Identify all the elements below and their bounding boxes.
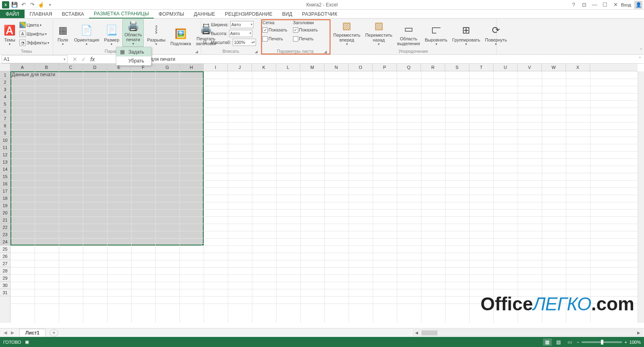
page-layout-view-icon[interactable]: ▤	[554, 339, 563, 346]
minimize-icon[interactable]: —	[590, 1, 599, 9]
row-header[interactable]: 13	[0, 158, 10, 166]
height-combo[interactable]: Авто▾	[229, 30, 252, 37]
column-header[interactable]: B	[35, 64, 59, 71]
row-header[interactable]: 23	[0, 231, 10, 238]
align-button[interactable]: ⫍Выровнять▾	[423, 19, 449, 47]
fit-launcher-icon[interactable]: ◢	[254, 50, 258, 54]
maximize-icon[interactable]: ☐	[600, 1, 610, 9]
cancel-formula-icon[interactable]: ✕	[71, 56, 79, 62]
row-header[interactable]: 24	[0, 238, 10, 245]
column-header[interactable]: U	[493, 64, 518, 71]
tab-view[interactable]: ВИД	[277, 10, 297, 18]
collapse-ribbon-icon[interactable]: ˄	[640, 48, 642, 54]
column-header[interactable]: D	[83, 64, 107, 71]
normal-view-icon[interactable]: ▦	[543, 339, 552, 346]
column-header[interactable]: M	[300, 64, 324, 71]
redo-icon[interactable]: ↷	[28, 1, 36, 9]
column-header[interactable]: Q	[397, 64, 421, 71]
select-all-corner[interactable]	[0, 64, 10, 71]
column-header[interactable]: V	[518, 64, 542, 71]
headings-view-checkbox[interactable]: ✓Показать	[293, 26, 318, 34]
zoom-in-icon[interactable]: +	[624, 340, 627, 345]
column-header[interactable]: G	[155, 64, 180, 71]
row-header[interactable]: 6	[0, 108, 10, 115]
worksheet-grid[interactable]: ABCDEFGHIJKLMNOPQRSTUVWX 123456789101112…	[0, 64, 644, 323]
group-button[interactable]: ⊞Группировать▾	[451, 19, 482, 47]
horizontal-scrollbar[interactable]: ◀▶	[413, 330, 642, 336]
row-header[interactable]: 12	[0, 151, 10, 158]
column-header[interactable]: W	[542, 64, 566, 71]
row-header[interactable]: 25	[0, 245, 10, 253]
row-header[interactable]: 11	[0, 144, 10, 151]
name-box[interactable]: A1▾	[2, 55, 68, 63]
page-setup-launcher-icon[interactable]: ◢	[194, 50, 198, 54]
margins-button[interactable]: ▦Поля▾	[55, 19, 71, 47]
row-header[interactable]: 15	[0, 173, 10, 180]
column-header[interactable]: H	[180, 64, 204, 71]
row-header[interactable]: 3	[0, 86, 10, 93]
zoom-out-icon[interactable]: −	[577, 340, 579, 345]
column-header[interactable]: X	[566, 64, 590, 71]
breaks-button[interactable]: ⸾Разрывы▾	[145, 19, 167, 47]
scale-spinner[interactable]: 100%▴▾	[233, 39, 256, 46]
row-header[interactable]: 5	[0, 100, 10, 108]
row-header[interactable]: 18	[0, 195, 10, 202]
row-header[interactable]: 14	[0, 166, 10, 173]
formula-bar[interactable]: для печати	[98, 56, 636, 62]
vertical-scrollbar[interactable]	[638, 71, 644, 323]
row-header[interactable]: 8	[0, 122, 10, 129]
clear-print-area-item[interactable]: Убрать	[116, 56, 151, 65]
row-header[interactable]: 2	[0, 79, 10, 86]
column-header[interactable]: J	[228, 64, 252, 71]
sheet-options-launcher-icon[interactable]: ◢	[323, 50, 327, 54]
row-header[interactable]: 28	[0, 267, 10, 274]
page-break-view-icon[interactable]: ▭	[566, 339, 574, 346]
column-header[interactable]: A	[10, 64, 35, 71]
column-header[interactable]: K	[252, 64, 276, 71]
column-header[interactable]: N	[324, 64, 349, 71]
sheet-tab-1[interactable]: Лист1	[19, 329, 45, 337]
touch-mode-icon[interactable]: ☝	[37, 1, 45, 9]
ribbon-display-icon[interactable]: ⊡	[579, 1, 589, 9]
undo-icon[interactable]: ↶	[19, 1, 27, 9]
sheet-nav-prev-icon[interactable]: ◀	[2, 330, 9, 335]
row-header[interactable]: 1	[0, 71, 10, 79]
row-header[interactable]: 22	[0, 224, 10, 231]
macro-record-icon[interactable]: ▣	[25, 339, 29, 345]
tab-file[interactable]: ФАЙЛ	[0, 10, 25, 18]
avatar-icon[interactable]: 👤	[634, 1, 642, 9]
tab-review[interactable]: РЕЦЕНЗИРОВАНИЕ	[220, 10, 277, 18]
set-print-area-item[interactable]: ▦Задать	[116, 47, 151, 56]
column-header[interactable]: C	[59, 64, 83, 71]
row-header[interactable]: 19	[0, 202, 10, 209]
row-header[interactable]: 20	[0, 209, 10, 216]
column-header[interactable]: T	[469, 64, 493, 71]
fonts-button[interactable]: AШрифты▾	[19, 30, 49, 38]
close-icon[interactable]: ✕	[611, 1, 620, 9]
column-header[interactable]: I	[204, 64, 228, 71]
headings-print-checkbox[interactable]: Печать	[293, 35, 318, 43]
row-header[interactable]: 7	[0, 115, 10, 122]
qat-dropdown-icon[interactable]: ▾	[46, 1, 54, 9]
row-header[interactable]: 21	[0, 216, 10, 224]
row-header[interactable]: 27	[0, 260, 10, 267]
row-header[interactable]: 16	[0, 180, 10, 187]
excel-app-icon[interactable]: X	[2, 1, 10, 9]
colors-button[interactable]: Цвета▾	[19, 21, 49, 29]
tab-formulas[interactable]: ФОРМУЛЫ	[154, 10, 189, 18]
column-header[interactable]: P	[373, 64, 397, 71]
row-header[interactable]: 30	[0, 282, 10, 289]
tab-developer[interactable]: РАЗРАБОТЧИК	[297, 10, 342, 18]
size-button[interactable]: 📃Размер▾	[102, 19, 121, 47]
tab-insert[interactable]: ВСТАВКА	[57, 10, 89, 18]
row-header[interactable]: 10	[0, 137, 10, 144]
themes-button[interactable]: 🅰️ Темы ▾	[2, 19, 18, 47]
zoom-value[interactable]: 100%	[630, 340, 641, 345]
tab-data[interactable]: ДАННЫЕ	[189, 10, 220, 18]
column-header[interactable]: L	[276, 64, 300, 71]
effects-button[interactable]: ◔Эффекты▾	[19, 39, 49, 47]
column-header[interactable]: S	[445, 64, 469, 71]
cells-area[interactable]: Данные для печати	[10, 71, 638, 323]
gridlines-view-checkbox[interactable]: ✓Показать	[262, 26, 287, 34]
enter-formula-icon[interactable]: ✓	[80, 56, 88, 62]
